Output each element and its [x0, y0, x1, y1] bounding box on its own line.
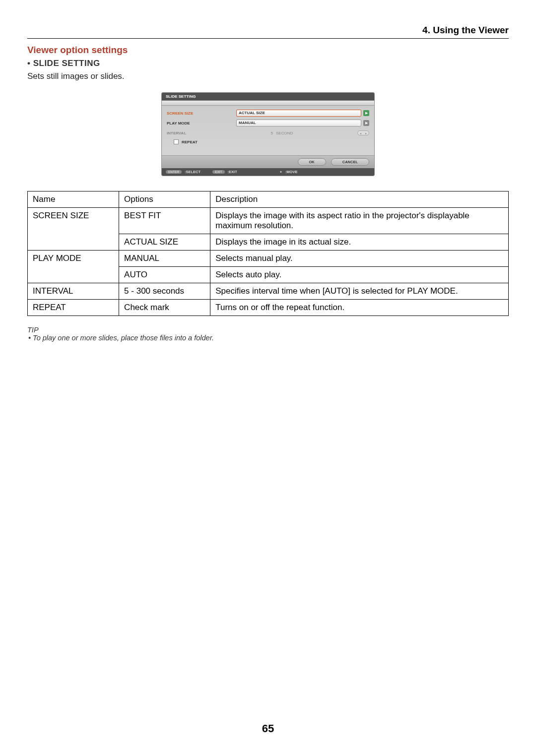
- repeat-label: REPEAT: [182, 140, 198, 144]
- td-desc: Displays the image in its actual size.: [210, 234, 509, 251]
- td-option: BEST FIT: [119, 208, 210, 234]
- arrow-right-icon[interactable]: ▶: [363, 110, 369, 116]
- cancel-button[interactable]: CANCEL: [331, 158, 369, 166]
- td-desc: Specifies interval time when [AUTO] is s…: [210, 283, 509, 300]
- panel-footer: ENTER :SELECT EXIT :EXIT ✦ :MOVE: [162, 168, 374, 176]
- footer-move: :MOVE: [285, 170, 298, 174]
- td-desc: Turns on or off the repeat function.: [210, 300, 509, 316]
- play-mode-label: PLAY MODE: [167, 121, 236, 126]
- chapter-title: 4. Using the Viewer: [422, 25, 509, 36]
- th-options: Options: [119, 191, 210, 208]
- td-option: Check mark: [119, 300, 210, 316]
- play-mode-select[interactable]: MANUAL: [236, 120, 361, 126]
- arrow-right-icon[interactable]: ▶: [363, 120, 369, 126]
- ok-button[interactable]: OK: [298, 158, 326, 166]
- screen-size-value: ACTUAL SIZE: [239, 110, 265, 116]
- footer-select: :SELECT: [185, 170, 201, 174]
- screen-size-label: SCREEN SIZE: [167, 111, 236, 116]
- screen-size-row[interactable]: SCREEN SIZE ACTUAL SIZE ▶: [167, 109, 369, 118]
- th-name: Name: [28, 191, 119, 208]
- section-description: Sets still images or slides.: [27, 71, 509, 81]
- td-option: MANUAL: [119, 251, 210, 267]
- panel-tab-row: [162, 101, 374, 106]
- options-table: Name Options Description SCREEN SIZE BES…: [27, 191, 509, 316]
- move-arrows-icon: ✦: [279, 170, 282, 174]
- play-mode-row[interactable]: PLAY MODE MANUAL ▶: [167, 119, 369, 127]
- tip-label: TIP: [27, 326, 509, 334]
- exit-pill-icon: EXIT: [212, 170, 224, 174]
- left-right-icon[interactable]: ◂▸: [357, 130, 369, 135]
- repeat-checkbox[interactable]: [174, 139, 179, 144]
- play-mode-value: MANUAL: [239, 120, 256, 126]
- slide-setting-panel: SLIDE SETTING SCREEN SIZE ACTUAL SIZE ▶ …: [161, 92, 375, 176]
- interval-row[interactable]: INTERVAL 5 SECOND ◂▸: [167, 128, 369, 137]
- page-number: 65: [0, 722, 536, 735]
- td-desc: Displays the image with its aspect ratio…: [210, 208, 509, 234]
- repeat-row[interactable]: REPEAT: [174, 139, 369, 144]
- td-option: AUTO: [119, 267, 210, 283]
- section-title: Viewer option settings: [27, 45, 509, 56]
- tip-text: • To play one or more slides, place thos…: [27, 334, 509, 342]
- th-description: Description: [210, 191, 509, 208]
- interval-unit: SECOND: [276, 131, 357, 135]
- td-option: ACTUAL SIZE: [119, 234, 210, 251]
- td-option: 5 - 300 seconds: [119, 283, 210, 300]
- subsection-title: • SLIDE SETTING: [27, 59, 509, 68]
- interval-label: INTERVAL: [167, 131, 236, 135]
- td-desc: Selects auto play.: [210, 267, 509, 283]
- td-desc: Selects manual play.: [210, 251, 509, 267]
- td-name: REPEAT: [28, 300, 119, 316]
- td-name: SCREEN SIZE: [28, 208, 119, 251]
- footer-exit: :EXIT: [228, 170, 237, 174]
- screen-size-select[interactable]: ACTUAL SIZE: [236, 110, 361, 117]
- td-name: PLAY MODE: [28, 251, 119, 283]
- enter-pill-icon: ENTER: [166, 170, 182, 174]
- interval-value: 5: [236, 131, 276, 135]
- td-name: INTERVAL: [28, 283, 119, 300]
- panel-title: SLIDE SETTING: [162, 93, 374, 101]
